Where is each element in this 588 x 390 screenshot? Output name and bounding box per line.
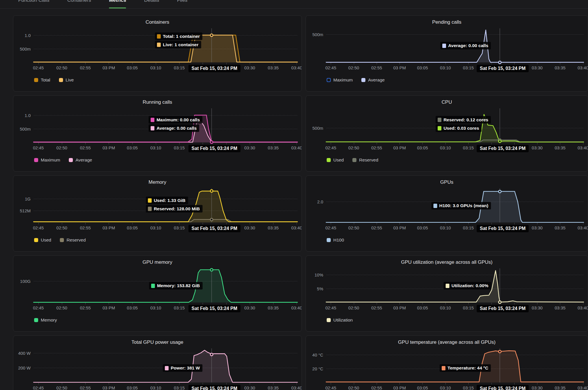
- tooltip-text: Average: 0.00 calls: [156, 126, 197, 131]
- tab-bar: Function Calls Containers Metrics Detail…: [0, 0, 588, 9]
- plot-area[interactable]: Reserved: 0.12 coresUsed: 0.03 cores: [326, 108, 584, 142]
- y-axis: 500m: [306, 108, 326, 142]
- x-axis-label: 03:15: [463, 305, 474, 310]
- tooltip-text: Total: 1 container: [163, 34, 200, 39]
- x-axis-label: 02:50: [56, 225, 67, 230]
- plot-area[interactable]: Temperature: 44 °C: [326, 348, 584, 382]
- x-axis-label: 03:30: [244, 145, 255, 150]
- x-axis-label: 03:30: [244, 305, 255, 310]
- x-axis-label: 03:10: [440, 385, 451, 390]
- x-axis-label: 03 PM: [103, 385, 115, 390]
- tooltip-text: Used: 1.33 GiB: [154, 198, 185, 203]
- plot-area[interactable]: Used: 1.33 GiBReserved: 128.00 MiB: [34, 188, 297, 222]
- plot-area[interactable]: Power: 381 W: [34, 348, 297, 382]
- plot-area[interactable]: Memory: 153.82 GiB: [34, 268, 297, 302]
- chart-tooltip: Power: 381 W: [163, 364, 203, 372]
- legend-item-reserved[interactable]: Reserved: [60, 237, 86, 243]
- tab-details[interactable]: Details: [144, 0, 159, 8]
- tab-containers[interactable]: Containers: [67, 0, 91, 8]
- legend-item-average[interactable]: Average: [361, 77, 384, 83]
- tooltip-row: Used: 1.33 GiB: [146, 197, 188, 204]
- legend-label: Maximum: [41, 157, 60, 163]
- tooltip-swatch: [151, 284, 155, 288]
- x-axis-label: 02:50: [348, 385, 359, 390]
- legend-item-memory[interactable]: Memory: [34, 317, 57, 323]
- tooltip-text: Memory: 153.82 GiB: [157, 283, 200, 288]
- legend-swatch: [69, 158, 73, 162]
- x-axis-label: 03:10: [440, 65, 451, 70]
- legend-label: Live: [66, 77, 74, 83]
- tab-files[interactable]: Files: [177, 0, 187, 8]
- x-axis-label: 03:40: [578, 305, 588, 310]
- tab-label: Metrics: [109, 0, 126, 3]
- chart-tooltip: Memory: 153.82 GiB: [149, 282, 202, 289]
- x-axis-label: 02:55: [371, 305, 382, 310]
- x-axis-label: 02:55: [80, 145, 91, 150]
- plot-area[interactable]: Total: 1 containerLive: 1 container: [34, 28, 297, 62]
- chart-legend: Maximum Average: [327, 77, 588, 83]
- tooltip-text: Average: 0.00 calls: [448, 43, 488, 48]
- x-axis: 02:4502:5002:5503 PM03:0503:1003:1503:20…: [326, 304, 588, 311]
- crosshair-line: [500, 188, 500, 222]
- x-axis-label: 03 PM: [393, 225, 406, 230]
- legend-item-maximum[interactable]: Maximum: [327, 77, 353, 83]
- tooltip-swatch: [434, 204, 437, 208]
- chart-title: Containers: [13, 19, 302, 25]
- x-tick-strip: [34, 302, 302, 304]
- tooltip-text: Power: 381 W: [171, 365, 200, 371]
- y-axis-label: 500m: [312, 32, 323, 37]
- tooltip-row: Maximum: 0.00 calls: [149, 116, 202, 124]
- legend-item-reserved[interactable]: Reserved: [352, 157, 378, 163]
- tooltip-date-label: Sat Feb 15, 03:24 PM: [477, 145, 529, 152]
- tab-function-calls[interactable]: Function Calls: [18, 0, 49, 8]
- tooltip-swatch: [157, 42, 161, 47]
- legend-item-h100[interactable]: H100: [327, 237, 344, 243]
- legend-item-utilization[interactable]: Utilization: [327, 317, 353, 323]
- tooltip-date-label: Sat Feb 15, 03:24 PM: [188, 65, 241, 72]
- x-axis-label: 02:50: [348, 65, 359, 70]
- legend-item-total[interactable]: Total: [34, 77, 50, 83]
- legend-item-used[interactable]: Used: [327, 157, 344, 163]
- legend-item-live[interactable]: Live: [59, 77, 74, 83]
- chart-tooltip: Used: 1.33 GiBReserved: 128.00 MiB: [146, 197, 202, 213]
- tooltip-row: Used: 0.03 cores: [436, 125, 482, 132]
- charts-grid: Containers 1.0500m Total: 1 containerLiv…: [13, 15, 588, 390]
- legend-swatch: [34, 318, 38, 322]
- crosshair-line: [212, 188, 212, 222]
- x-axis: 02:4502:5002:5503 PM03:0503:1003:1503:20…: [326, 64, 588, 71]
- y-axis-label: 1.0: [25, 33, 31, 38]
- plot-area[interactable]: H100: 3.0 GPUs (mean): [326, 188, 584, 222]
- chart-title: GPU utilization (average across all GPUs…: [306, 259, 588, 265]
- x-axis-label: 03:40: [291, 385, 302, 390]
- legend-swatch: [34, 78, 38, 82]
- plot-area[interactable]: Utilization: 0.00%: [326, 268, 584, 302]
- tooltip-row: Power: 381 W: [163, 364, 203, 372]
- legend-item-maximum[interactable]: Maximum: [34, 157, 60, 163]
- chart-title: GPU memory: [13, 259, 302, 265]
- crosshair-line: [212, 268, 212, 302]
- chart-legend: Utilization: [327, 317, 588, 323]
- legend-swatch: [327, 238, 331, 242]
- tooltip-swatch: [442, 44, 446, 48]
- x-axis-label: 03:40: [291, 305, 302, 310]
- x-axis-label: 03:05: [127, 305, 138, 310]
- x-axis-label: 03:10: [150, 65, 161, 70]
- chart-tooltip: Reserved: 0.12 coresUsed: 0.03 cores: [436, 116, 491, 132]
- legend-item-average[interactable]: Average: [69, 157, 92, 163]
- plot-area[interactable]: Average: 0.00 calls: [326, 28, 584, 62]
- tab-metrics[interactable]: Metrics: [109, 0, 126, 8]
- legend-label: Memory: [41, 317, 57, 323]
- x-axis-label: 02:55: [80, 305, 91, 310]
- x-axis-label: 03:35: [555, 305, 566, 310]
- tooltip-row: Memory: 153.82 GiB: [149, 282, 202, 289]
- x-axis-label: 02:45: [33, 305, 44, 310]
- hover-marker: [210, 353, 213, 356]
- y-axis-label: 400 W: [18, 350, 31, 355]
- x-axis-label: 03 PM: [393, 65, 406, 70]
- tooltip-text: Used: 0.03 cores: [443, 126, 479, 131]
- tooltip-swatch: [165, 366, 169, 370]
- legend-item-used[interactable]: Used: [34, 237, 51, 243]
- y-axis-label: 5%: [317, 286, 323, 291]
- plot-area[interactable]: Maximum: 0.00 callsAverage: 0.00 calls: [34, 108, 297, 142]
- legend-label: Reserved: [66, 237, 86, 243]
